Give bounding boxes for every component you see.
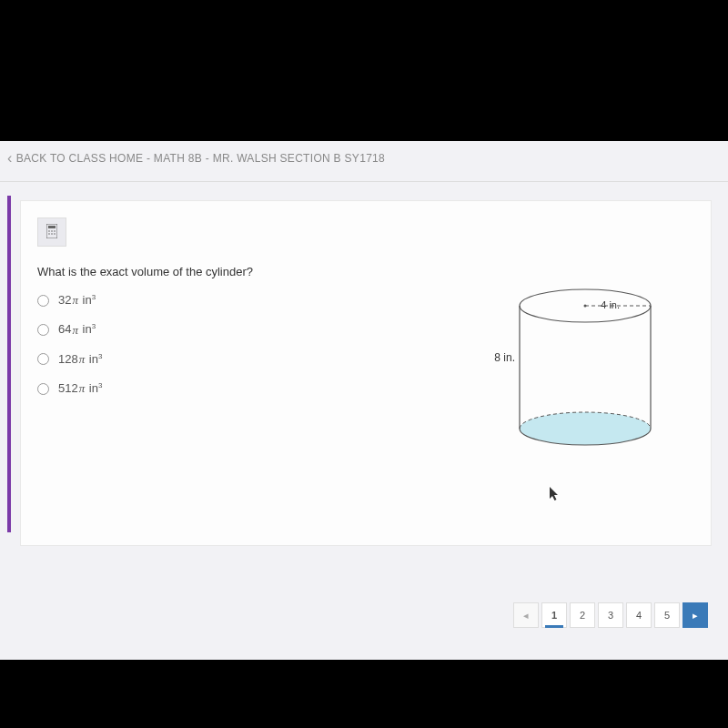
page-3[interactable]: 3 (598, 602, 623, 628)
pagination: ◂ 1 2 3 4 5 ▸ (513, 602, 708, 628)
cylinder-diagram (515, 288, 656, 450)
svg-rect-1 (48, 226, 56, 228)
radio-icon (37, 353, 49, 365)
radio-icon (37, 383, 49, 395)
page-4[interactable]: 4 (626, 602, 652, 628)
svg-point-4 (54, 230, 56, 232)
option-label: 128π in3 (58, 352, 102, 367)
accent-bar (7, 196, 11, 532)
page-5[interactable]: 5 (654, 602, 680, 628)
svg-point-6 (51, 233, 53, 235)
radio-icon (37, 295, 49, 307)
question-card: What is the exact volume of the cylinder… (20, 200, 712, 546)
page-prev[interactable]: ◂ (513, 602, 539, 628)
option-label: 32π in3 (58, 293, 96, 308)
page-next[interactable]: ▸ (682, 602, 708, 628)
svg-point-3 (51, 230, 53, 232)
svg-point-2 (48, 230, 50, 232)
svg-point-13 (584, 305, 587, 308)
page-1[interactable]: 1 (541, 602, 567, 628)
chevron-left-icon: ‹ (7, 150, 13, 167)
svg-point-7 (54, 233, 56, 235)
breadcrumb[interactable]: ‹ BACK TO CLASS HOME - MATH 8B - MR. WAL… (0, 141, 728, 176)
page-2[interactable]: 2 (570, 602, 595, 628)
question-text: What is the exact volume of the cylinder… (37, 265, 694, 278)
cylinder-height-label: 8 in. (494, 351, 515, 364)
cursor-icon (550, 487, 561, 504)
breadcrumb-label: BACK TO CLASS HOME - MATH 8B - MR. WALSH… (16, 152, 385, 165)
option-label: 512π in3 (58, 381, 102, 396)
option-label: 64π in3 (58, 322, 96, 337)
radio-icon (37, 324, 49, 336)
svg-point-5 (48, 233, 50, 235)
calculator-button[interactable] (37, 217, 66, 247)
calculator-icon (46, 224, 57, 241)
